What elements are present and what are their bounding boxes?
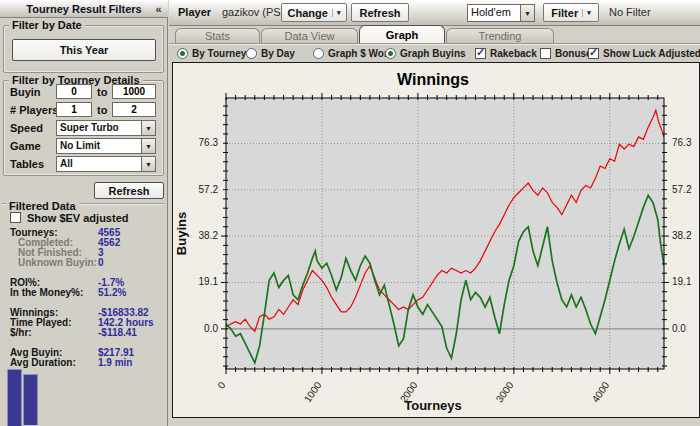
radio-icon[interactable] [385, 48, 396, 59]
buyin-to-input[interactable] [112, 84, 156, 99]
refresh-button[interactable]: Refresh [351, 3, 409, 22]
collapse-sidebar-button[interactable]: « [152, 2, 165, 15]
svg-text:57.2: 57.2 [199, 184, 219, 195]
chevron-down-icon[interactable]: ▼ [520, 5, 534, 21]
players-from-input[interactable] [56, 102, 92, 117]
radio-icon[interactable] [177, 48, 188, 59]
chevron-down-icon[interactable]: ▼ [141, 157, 155, 171]
svg-text:38.2: 38.2 [672, 230, 692, 241]
show-ev-checkbox[interactable] [10, 212, 21, 223]
buyin-label: Buyin [10, 86, 41, 98]
chevron-down-icon: ▾ [332, 9, 341, 17]
buyin-to-label: to [97, 86, 107, 98]
app-window: Tourney Result Filters « Filter by Date … [0, 0, 700, 426]
filter-sidebar: Tourney Result Filters « Filter by Date … [0, 0, 168, 426]
svg-text:19.1: 19.1 [672, 276, 692, 287]
radio-graph-buyins[interactable]: Graph Buyins [385, 48, 466, 59]
winnings-chart-panel: Winnings Buyins Tourneys 0.00.019.119.13… [172, 62, 700, 418]
sidebar-header: Tourney Result Filters « [0, 0, 168, 18]
svg-text:1000: 1000 [302, 379, 324, 404]
svg-text:76.3: 76.3 [199, 137, 219, 148]
filter-by-date-label: Filter by Date [9, 19, 85, 31]
checkbox-icon[interactable] [540, 48, 551, 59]
tables-label: Tables [10, 158, 44, 170]
sidebar-title: Tourney Result Filters [26, 3, 141, 15]
game-select[interactable]: No Limit ▼ [56, 138, 156, 154]
stat-row: Avg Duration:1.9 min [10, 358, 162, 368]
radio-icon[interactable] [313, 48, 324, 59]
chevron-down-icon: ▾ [582, 9, 591, 17]
tab-trending[interactable]: Trending [446, 28, 554, 43]
player-label: Player [178, 6, 211, 18]
radio-by-tourney[interactable]: By Tourney [177, 48, 246, 59]
svg-text:4000: 4000 [590, 379, 612, 404]
checkbox-icon[interactable] [588, 48, 599, 59]
filter-status: No Filter [609, 6, 651, 18]
tab-graph[interactable]: Graph [359, 25, 445, 43]
players-to-input[interactable] [112, 102, 156, 117]
filter-button[interactable]: Filter ▾ [543, 3, 599, 22]
checkbox-luck-adjusted[interactable]: Show Luck Adjusted Winnings [588, 48, 700, 59]
game-value: No Limit [57, 139, 141, 153]
svg-text:3000: 3000 [494, 379, 516, 404]
stat-row: Unknown Buyin:0 [10, 258, 162, 268]
mini-bar [23, 374, 38, 425]
svg-text:38.2: 38.2 [199, 230, 219, 241]
tab-dataview[interactable]: Data View [261, 28, 358, 43]
filtered-data-label: Filtered Data [6, 200, 79, 212]
checkbox-icon[interactable] [475, 48, 486, 59]
tab-bar: Stats Data View Graph Trending [169, 26, 700, 44]
player-bar: Player gazikov (PS) Change ▾ Refresh Hol… [169, 0, 700, 26]
stat-row: Time Played:142.2 hours [10, 318, 162, 328]
checkbox-rakeback[interactable]: Rakeback [475, 48, 537, 59]
speed-value: Super Turbo [57, 121, 141, 135]
svg-text:0.0: 0.0 [204, 323, 218, 334]
graph-options-row: By Tourney By Day Graph $ Won Graph Buyi… [169, 44, 700, 62]
svg-text:57.2: 57.2 [672, 184, 692, 195]
svg-text:76.3: 76.3 [672, 137, 692, 148]
sidebar-refresh-button[interactable]: Refresh [94, 182, 164, 199]
filtered-stats: Tourneys:4565 Completed:4562 Not Finishe… [10, 228, 162, 368]
radio-graph-won[interactable]: Graph $ Won [313, 48, 390, 59]
change-player-button[interactable]: Change ▾ [281, 3, 347, 22]
game-type-select[interactable]: Hold'em ▼ [467, 4, 535, 22]
svg-text:0: 0 [215, 379, 227, 390]
tables-value: All [57, 157, 141, 171]
tab-stats[interactable]: Stats [175, 28, 260, 43]
winnings-chart: 0.00.019.119.138.238.257.257.276.376.301… [173, 63, 699, 417]
chevron-down-icon[interactable]: ▼ [141, 139, 155, 153]
game-label: Game [10, 140, 41, 152]
stat-row: In the Money%:51.2% [10, 288, 162, 298]
game-type-value: Hold'em [468, 5, 520, 21]
this-year-button[interactable]: This Year [12, 39, 156, 61]
player-name: gazikov (PS) [222, 6, 284, 18]
players-to-label: to [97, 104, 107, 116]
radio-icon[interactable] [246, 48, 257, 59]
radio-by-day[interactable]: By Day [246, 48, 295, 59]
tables-select[interactable]: All ▼ [56, 156, 156, 172]
stat-row: $/hr:-$118.41 [10, 328, 162, 338]
svg-text:19.1: 19.1 [199, 276, 219, 287]
speed-label: Speed [10, 122, 43, 134]
show-ev-label: Show $EV adjusted [27, 212, 128, 224]
chevron-down-icon[interactable]: ▼ [141, 121, 155, 135]
speed-select[interactable]: Super Turbo ▼ [56, 120, 156, 136]
svg-text:2000: 2000 [398, 379, 420, 404]
mini-bar [7, 369, 22, 426]
svg-text:0.0: 0.0 [672, 323, 686, 334]
filter-by-date-group: Filter by Date This Year [3, 25, 164, 73]
players-label: # Players [10, 104, 58, 116]
buyin-from-input[interactable] [56, 84, 92, 99]
